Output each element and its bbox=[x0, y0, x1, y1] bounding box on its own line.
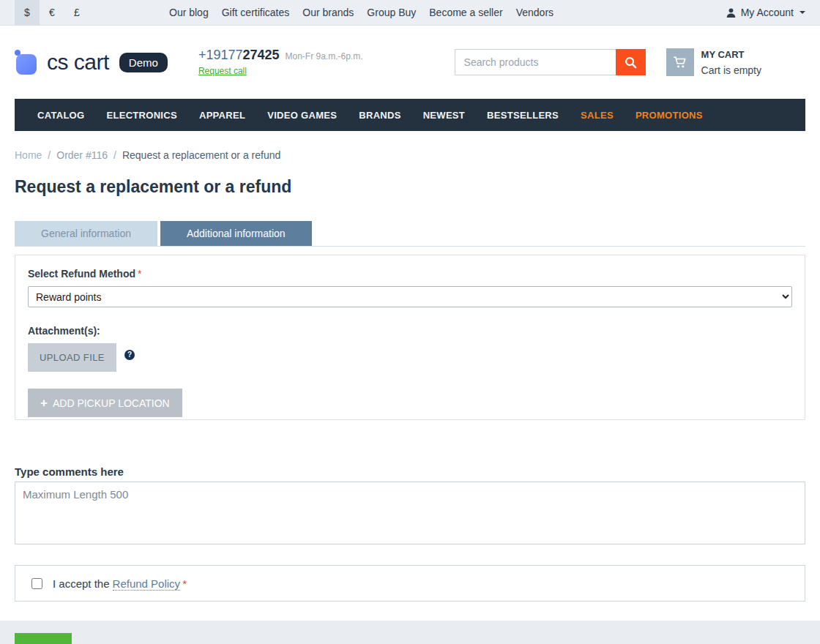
refund-method-label: Select Refund Method* bbox=[28, 268, 792, 280]
search-icon bbox=[624, 56, 638, 70]
refund-policy-link[interactable]: Refund Policy bbox=[113, 577, 181, 591]
nav-promotions[interactable]: PROMOTIONS bbox=[625, 110, 714, 121]
nav-sales[interactable]: SALES bbox=[570, 110, 625, 121]
breadcrumb-separator: / bbox=[113, 149, 116, 161]
currency-gbp[interactable]: £ bbox=[64, 0, 89, 26]
my-account-menu[interactable]: My Account bbox=[726, 7, 805, 18]
add-pickup-location-button[interactable]: + ADD PICKUP LOCATION bbox=[28, 389, 182, 417]
nav-brands[interactable]: BRANDS bbox=[348, 110, 411, 121]
logo-text: cs cart bbox=[47, 50, 109, 75]
required-mark: * bbox=[138, 268, 141, 280]
comments-textarea[interactable] bbox=[15, 482, 805, 544]
cart-icon-box bbox=[666, 48, 694, 76]
upload-file-button[interactable]: UPLOAD FILE bbox=[28, 343, 116, 372]
nav-video-games[interactable]: VIDEO GAMES bbox=[256, 110, 348, 121]
breadcrumb-current: Request a replacement or a refund bbox=[122, 149, 280, 161]
cart-icon bbox=[673, 56, 687, 70]
tab-additional-information[interactable]: Additional information bbox=[160, 221, 312, 246]
my-account-label: My Account bbox=[741, 7, 794, 18]
comments-label: Type comments here bbox=[15, 465, 805, 478]
phone-number: +1917727425 bbox=[198, 48, 280, 63]
link-group-buy[interactable]: Group Buy bbox=[360, 7, 422, 18]
plus-icon: + bbox=[40, 397, 48, 409]
site-header: cs cart Demo +1917727425 Mon-Fr 9a.m.-6p… bbox=[0, 26, 820, 99]
link-our-blog[interactable]: Our blog bbox=[163, 7, 215, 18]
search-bar bbox=[455, 49, 646, 75]
cart-title: MY CART bbox=[701, 49, 761, 60]
nav-newest[interactable]: NEWEST bbox=[412, 110, 476, 121]
logo-icon bbox=[15, 49, 40, 75]
help-icon[interactable]: ? bbox=[124, 350, 135, 360]
link-gift-certificates[interactable]: Gift certificates bbox=[215, 7, 297, 18]
working-hours: Mon-Fr 9a.m.-6p.m. bbox=[286, 51, 363, 61]
demo-badge: Demo bbox=[119, 53, 168, 72]
currency-selector: $ € £ bbox=[15, 0, 89, 26]
nav-catalog[interactable]: CATALOG bbox=[26, 110, 95, 121]
required-mark: * bbox=[182, 577, 187, 590]
nav-bestsellers[interactable]: BESTSELLERS bbox=[476, 110, 570, 121]
nav-apparel[interactable]: APPAREL bbox=[188, 110, 256, 121]
form-footer-bar bbox=[0, 621, 820, 644]
request-call-link[interactable]: Request call bbox=[198, 66, 247, 76]
main-nav: CATALOG ELECTRONICS APPAREL VIDEO GAMES … bbox=[15, 99, 805, 131]
accept-policy-box: I accept theRefund Policy* bbox=[15, 565, 805, 602]
refund-method-select[interactable]: Reward points bbox=[28, 286, 792, 307]
link-become-a-seller[interactable]: Become a seller bbox=[422, 7, 509, 18]
cart-status: Cart is empty bbox=[701, 64, 761, 76]
breadcrumb-order[interactable]: Order #116 bbox=[56, 149, 108, 161]
link-our-brands[interactable]: Our brands bbox=[296, 7, 360, 18]
chevron-down-icon bbox=[800, 11, 805, 14]
currency-eur[interactable]: € bbox=[40, 0, 64, 26]
search-input[interactable] bbox=[455, 49, 616, 75]
phone-block: +1917727425 Mon-Fr 9a.m.-6p.m. Request c… bbox=[198, 48, 363, 77]
nav-electronics[interactable]: ELECTRONICS bbox=[95, 110, 187, 121]
tab-general-information[interactable]: General information bbox=[15, 221, 157, 246]
user-icon bbox=[726, 7, 737, 18]
breadcrumb-home[interactable]: Home bbox=[15, 149, 42, 161]
breadcrumb-separator: / bbox=[48, 149, 51, 161]
page-title: Request a replacement or a refund bbox=[15, 177, 805, 197]
accept-text: I accept theRefund Policy* bbox=[53, 577, 187, 590]
additional-information-panel: Select Refund Method* Reward points Atta… bbox=[15, 255, 805, 420]
topbar-links: Our blog Gift certificates Our brands Gr… bbox=[163, 7, 560, 18]
attachments-label: Attachment(s): bbox=[28, 325, 792, 337]
tab-bar: General information Additional informati… bbox=[15, 221, 805, 247]
link-vendors[interactable]: Vendors bbox=[510, 7, 560, 18]
search-button[interactable] bbox=[616, 49, 646, 75]
breadcrumb: Home / Order #116 / Request a replacemen… bbox=[15, 149, 805, 161]
top-bar: $ € £ Our blog Gift certificates Our bra… bbox=[0, 0, 820, 26]
logo[interactable]: cs cart Demo bbox=[15, 49, 168, 75]
submit-button[interactable] bbox=[15, 633, 72, 644]
accept-checkbox[interactable] bbox=[31, 578, 42, 589]
add-pickup-location-label: ADD PICKUP LOCATION bbox=[53, 397, 170, 409]
mini-cart[interactable]: MY CART Cart is empty bbox=[666, 48, 761, 76]
currency-usd[interactable]: $ bbox=[15, 0, 40, 26]
